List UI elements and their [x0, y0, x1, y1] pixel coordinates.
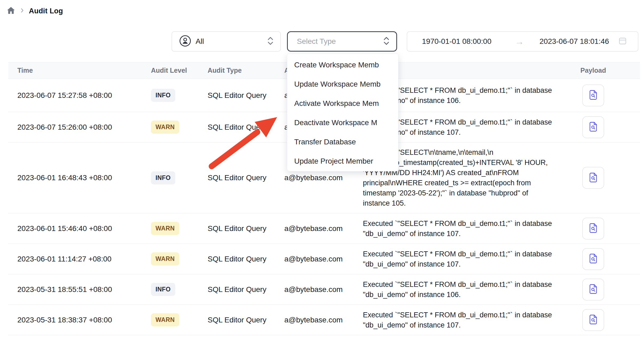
view-payload-button[interactable] [582, 84, 604, 106]
row-audit-type: SQL Editor Query [208, 91, 284, 100]
home-icon[interactable] [6, 6, 15, 16]
view-payload-button[interactable] [582, 309, 604, 331]
row-audit-type: SQL Editor Query [208, 285, 284, 294]
row-time: 2023-05-31 18:55:51 +08:00 [8, 285, 151, 294]
breadcrumb: Audit Log [6, 6, 63, 16]
file-search-icon [588, 283, 599, 295]
view-payload-button[interactable] [582, 248, 604, 270]
row-payload-cell [569, 279, 617, 301]
row-audit-type: SQL Editor Query [208, 255, 284, 263]
comment-line: "db_ui_demo" of instance 106. [363, 290, 569, 300]
table-row: 2023-05-31 18:55:51 +08:00 INFO SQL Edit… [8, 274, 640, 305]
actor-filter-value: All [196, 37, 204, 46]
type-filter-placeholder: Select Type [297, 37, 336, 46]
audit-level-badge: WARN [151, 121, 179, 134]
audit-level-badge: WARN [151, 222, 179, 235]
row-actor: a@bytebase.com [284, 224, 363, 233]
arrow-right-icon: → [515, 37, 524, 46]
column-header-time: Time [8, 67, 151, 74]
row-actor: a@bytebase.com [284, 285, 363, 294]
row-audit-type: SQL Editor Query [208, 224, 284, 233]
audit-level-badge: WARN [151, 313, 179, 326]
up-down-chevrons-icon [382, 36, 390, 47]
file-search-icon [588, 222, 599, 234]
file-search-icon [588, 89, 599, 101]
row-level-cell: WARN [151, 313, 208, 326]
audit-level-badge: INFO [151, 89, 175, 102]
row-payload-cell [569, 84, 617, 106]
row-level-cell: INFO [151, 89, 208, 102]
date-range-start[interactable]: 1970-01-01 08:00:00 [422, 37, 491, 46]
red-arrow-annotation [202, 109, 282, 176]
row-payload-cell [569, 218, 617, 240]
view-payload-button[interactable] [582, 167, 604, 189]
type-filter-select[interactable]: Select Type [287, 31, 397, 52]
dropdown-item[interactable]: Update Project Member [287, 152, 398, 171]
audit-level-badge: WARN [151, 252, 179, 265]
dropdown-item[interactable]: Create Workspace Memb [287, 55, 398, 75]
row-time: 2023-06-01 15:46:40 +08:00 [8, 224, 151, 233]
view-payload-button[interactable] [582, 116, 604, 138]
row-comment: Executed `"SELECT * FROM db_ui_demo.t1;"… [363, 305, 569, 335]
row-comment: Executed `"SELECT * FROM db_ui_demo.t1;"… [363, 244, 569, 274]
row-level-cell: WARN [151, 222, 208, 235]
dropdown-item[interactable]: Deactivate Workspace M [287, 113, 398, 132]
audit-level-badge: INFO [151, 283, 175, 296]
row-audit-type: SQL Editor Query [208, 316, 284, 324]
file-search-icon [588, 121, 599, 133]
row-time: 2023-06-01 11:14:27 +08:00 [8, 255, 151, 263]
column-header-level: Audit Level [151, 67, 208, 74]
comment-line: principal\nWHERE created_ts >= extract(e… [363, 178, 569, 188]
comment-line: Executed `"SELECT * FROM db_ui_demo.t1;"… [363, 249, 569, 259]
comment-line: timestamp '2023-05-22');"` in database "… [363, 188, 569, 198]
view-payload-button[interactable] [582, 279, 604, 301]
file-search-icon [588, 314, 599, 326]
table-row: 2023-06-01 11:14:27 +08:00 WARN SQL Edit… [8, 244, 640, 274]
row-level-cell: INFO [151, 171, 208, 184]
row-comment: Executed `"SELECT * FROM db_ui_demo.t1;"… [363, 275, 569, 305]
comment-line: instance 105. [363, 198, 569, 208]
dropdown-item[interactable]: Transfer Database [287, 132, 398, 152]
row-time: 2023-06-01 16:48:43 +08:00 [8, 174, 151, 182]
row-payload-cell [569, 116, 617, 138]
dropdown-item[interactable]: Update Workspace Memb [287, 75, 398, 94]
column-header-type: Audit Type [208, 67, 284, 74]
date-range-end[interactable]: 2023-06-07 18:01:46 [540, 37, 609, 46]
comment-line: Executed `"SELECT * FROM db_ui_demo.t1;"… [363, 310, 569, 320]
table-row: 2023-06-01 15:46:40 +08:00 WARN SQL Edit… [8, 213, 640, 244]
row-level-cell: INFO [151, 283, 208, 296]
comment-line: "db_ui_demo" of instance 107. [363, 229, 569, 239]
file-search-icon [588, 253, 599, 265]
audit-level-badge: INFO [151, 171, 175, 184]
row-time: 2023-05-31 18:38:37 +08:00 [8, 316, 151, 324]
table-row-partial [8, 335, 640, 339]
row-comment: Executed `"SELECT * FROM db_ui_demo.t1;"… [363, 214, 569, 244]
filter-bar: All Select Type 1970-01-01 08:00:00 → 20… [0, 31, 644, 52]
date-range-picker[interactable]: 1970-01-01 08:00:00 → 2023-06-07 18:01:4… [407, 31, 638, 52]
up-down-chevrons-icon [266, 36, 274, 47]
comment-line: "db_ui_demo" of instance 107. [363, 320, 569, 330]
row-actor: a@bytebase.com [284, 174, 363, 182]
comment-line: Executed `"SELECT * FROM db_ui_demo.t1;"… [363, 218, 569, 229]
person-circle-icon [179, 35, 191, 48]
comment-line: "db_ui_demo" of instance 107. [363, 259, 569, 269]
actor-filter-select[interactable]: All [172, 31, 281, 52]
row-actor: a@bytebase.com [284, 255, 363, 263]
row-payload-cell [569, 248, 617, 270]
row-level-cell: WARN [151, 121, 208, 134]
row-time: 2023-06-07 15:26:00 +08:00 [8, 123, 151, 132]
view-payload-button[interactable] [582, 218, 604, 240]
row-payload-cell [569, 309, 617, 331]
row-level-cell: WARN [151, 252, 208, 265]
dropdown-item[interactable]: Activate Workspace Mem [287, 94, 398, 113]
row-time: 2023-06-07 15:27:58 +08:00 [8, 91, 151, 100]
comment-line: Executed `"SELECT * FROM db_ui_demo.t1;"… [363, 279, 569, 290]
calendar-icon [618, 36, 627, 47]
column-header-payload: Payload [569, 67, 617, 74]
table-row: 2023-05-31 18:38:37 +08:00 WARN SQL Edit… [8, 305, 640, 335]
row-payload-cell [569, 167, 617, 189]
row-actor: a@bytebase.com [284, 316, 363, 324]
type-select-dropdown: Create Workspace MembUpdate Workspace Me… [287, 53, 398, 171]
chevron-right-icon [19, 7, 25, 14]
file-search-icon [588, 172, 599, 184]
